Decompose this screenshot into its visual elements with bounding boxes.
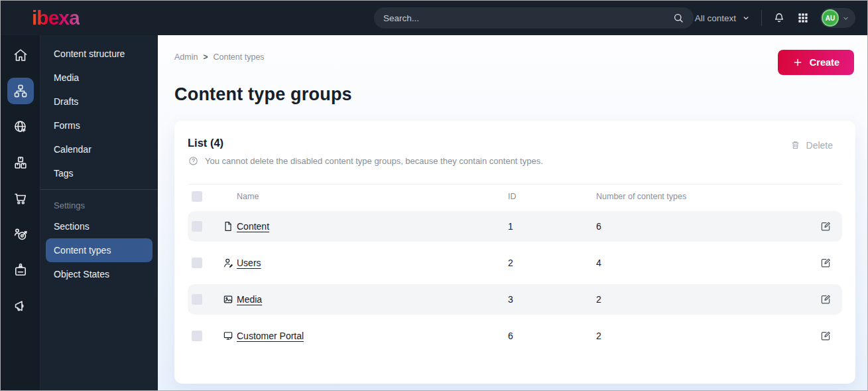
main-area: Admin>Content types Create Content type … xyxy=(158,35,867,390)
topbar-divider xyxy=(761,10,762,26)
sidebar-item-calendar[interactable]: Calendar xyxy=(40,137,158,161)
group-name-link[interactable]: Media xyxy=(237,294,262,305)
user-menu[interactable]: AU xyxy=(820,8,855,28)
sidebar-item-content-structure[interactable]: Content structure xyxy=(40,42,158,66)
group-name-link[interactable]: Customer Portal xyxy=(237,331,304,341)
group-name-link[interactable]: Users xyxy=(237,258,261,268)
image-icon xyxy=(222,293,234,305)
group-id: 3 xyxy=(508,294,596,305)
header-id: ID xyxy=(508,192,596,201)
help-text: You cannot delete the disabled content t… xyxy=(205,156,543,166)
list-panel-header: List (4) You cannot delete the disabled … xyxy=(188,137,842,167)
row-checkbox[interactable] xyxy=(192,331,202,341)
sidebar-item-forms[interactable]: Forms xyxy=(40,114,158,137)
rail-item-site[interactable] xyxy=(7,114,34,140)
boxes-icon xyxy=(13,155,29,171)
search-icon[interactable] xyxy=(672,12,684,24)
edit-icon[interactable] xyxy=(820,293,832,305)
table-header-row: Name ID Number of content types xyxy=(188,184,842,208)
header-name: Name xyxy=(237,192,508,201)
ibexa-logo[interactable]: ibexa xyxy=(1,7,158,29)
table-row: Users24 xyxy=(188,248,842,278)
rail-item-dashboard[interactable] xyxy=(7,42,34,68)
create-button-label: Create xyxy=(810,57,839,68)
delete-button[interactable]: Delete xyxy=(780,137,842,153)
sidebar-item-tags[interactable]: Tags xyxy=(40,161,158,185)
breadcrumb-item[interactable]: Admin xyxy=(174,52,198,62)
rail-item-commerce[interactable] xyxy=(7,185,34,212)
file-icon xyxy=(222,220,234,232)
group-id: 2 xyxy=(508,258,596,268)
delete-button-label: Delete xyxy=(806,140,833,151)
grid-icon[interactable] xyxy=(796,11,810,25)
icon-rail xyxy=(1,35,40,390)
user-icon xyxy=(222,257,234,269)
row-checkbox[interactable] xyxy=(192,221,202,232)
body-row: Content structureMediaDraftsFormsCalenda… xyxy=(1,35,867,390)
avatar: AU xyxy=(822,9,839,27)
group-count: 2 xyxy=(596,331,820,341)
cart-icon xyxy=(13,191,29,206)
brand-wordmark: ibexa xyxy=(32,7,80,29)
sitemap-icon xyxy=(13,83,29,99)
group-count: 4 xyxy=(596,258,820,268)
create-button[interactable]: Create xyxy=(778,50,854,75)
global-search xyxy=(374,7,694,29)
edit-icon[interactable] xyxy=(820,220,832,232)
sidebar-item-content-types[interactable]: Content types xyxy=(46,238,153,262)
edit-icon[interactable] xyxy=(820,257,832,269)
breadcrumb-item[interactable]: Content types xyxy=(213,52,264,62)
group-count: 2 xyxy=(596,294,820,305)
topbar: ibexa Site: All context AU xyxy=(1,1,867,35)
bell-icon[interactable] xyxy=(773,11,786,25)
target-person-icon xyxy=(13,226,29,242)
breadcrumb: Admin>Content types xyxy=(174,52,265,62)
trash-icon xyxy=(790,139,801,151)
breadcrumb-separator: > xyxy=(203,52,208,62)
sidebar-item-media[interactable]: Media xyxy=(40,66,158,90)
sidebar-section-label: Settings xyxy=(40,194,158,214)
select-all-checkbox[interactable] xyxy=(192,191,202,202)
table-row: Customer Portal62 xyxy=(188,321,842,351)
group-name-link[interactable]: Content xyxy=(237,221,269,232)
group-id: 6 xyxy=(508,331,596,341)
rail-item-product-catalog[interactable] xyxy=(7,149,34,176)
megaphone-icon xyxy=(13,298,29,314)
sidebar-item-drafts[interactable]: Drafts xyxy=(40,90,158,114)
plus-icon xyxy=(792,57,803,68)
table-row: Media32 xyxy=(188,284,842,315)
rail-item-marketing[interactable] xyxy=(7,293,34,319)
rail-item-content[interactable] xyxy=(7,78,34,104)
header-count: Number of content types xyxy=(596,192,832,201)
home-icon xyxy=(13,47,29,63)
list-panel: List (4) You cannot delete the disabled … xyxy=(174,121,855,384)
rail-item-personalization[interactable] xyxy=(7,221,34,248)
sidebar-item-object-states[interactable]: Object States xyxy=(40,262,158,286)
table-row: Content16 xyxy=(188,211,842,242)
edit-icon[interactable] xyxy=(820,330,832,342)
content-type-groups-table: Name ID Number of content types Content1… xyxy=(188,184,842,351)
row-checkbox[interactable] xyxy=(192,258,202,268)
list-title: List (4) xyxy=(188,137,543,149)
page-title: Content type groups xyxy=(158,75,867,105)
chevron-down-icon xyxy=(741,13,751,23)
app-window: ibexa Site: All context AU Content xyxy=(0,0,868,391)
help-row: You cannot delete the disabled content t… xyxy=(188,155,543,167)
globe-cursor-icon xyxy=(13,119,29,135)
sidebar-item-sections[interactable]: Sections xyxy=(40,214,158,238)
rail-item-admin[interactable] xyxy=(7,257,34,283)
sidebar-divider xyxy=(40,189,158,190)
question-circle-icon xyxy=(188,155,199,167)
group-count: 6 xyxy=(596,221,820,232)
badge-icon xyxy=(13,262,29,278)
chevron-down-icon xyxy=(841,14,850,23)
sidebar-menu: Content structureMediaDraftsFormsCalenda… xyxy=(40,35,158,390)
search-input[interactable] xyxy=(383,13,672,23)
group-id: 1 xyxy=(508,221,596,232)
row-checkbox[interactable] xyxy=(192,294,202,305)
main-header: Admin>Content types Create xyxy=(158,35,867,75)
monitor-icon xyxy=(222,330,234,342)
